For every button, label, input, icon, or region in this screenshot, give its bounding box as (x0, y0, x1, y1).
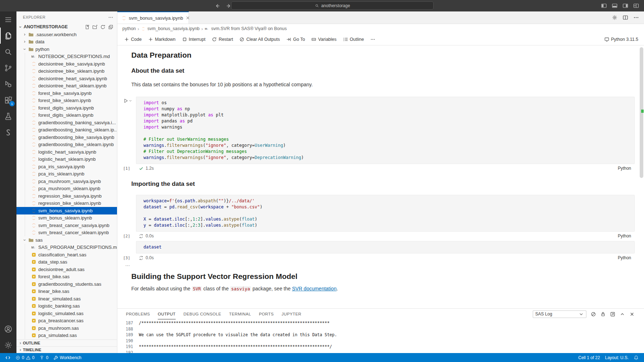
tree-file-pca_mushroom_sasviya.ipynb[interactable]: pca_mushroom_sasviya.ipynb (16, 178, 117, 185)
toolbar-outline-button[interactable]: Outline (341, 36, 367, 43)
maximize-panel-button[interactable] (620, 312, 625, 317)
toolbar-markdown-button[interactable]: Markdown (146, 36, 178, 43)
tree-file-pca_iris_sasviya.ipynb[interactable]: pca_iris_sasviya.ipynb (16, 163, 117, 170)
toolbar-variables-button[interactable]: Variables (309, 36, 339, 43)
activity-explorer-button[interactable] (0, 28, 16, 44)
back-button[interactable] (213, 2, 221, 10)
output-channel-select[interactable]: SAS Log (533, 310, 586, 318)
tab-svm-bonus-sasviya[interactable]: svm_bonus_sasviya.ipynb (117, 11, 189, 24)
tree-file-decisiontree_bike_sasviya.ipynb[interactable]: decisiontree_bike_sasviya.ipynb (16, 60, 117, 68)
tree-file-regression_bike_sasviya.ipynb[interactable]: regression_bike_sasviya.ipynb (16, 192, 117, 200)
tree-file-forest_digits_sasviya.ipynb[interactable]: forest_digits_sasviya.ipynb (16, 104, 117, 112)
activity-sas-extension-button[interactable] (0, 124, 16, 140)
command-center-search[interactable]: anotherstorage (231, 1, 434, 10)
tree-file-svm_bonus_sklearn.ipynb[interactable]: svm_bonus_sklearn.ipynb (16, 214, 117, 222)
panel-tab-output[interactable]: OUTPUT (158, 309, 176, 319)
tree-file-logistic_banking.sas[interactable]: logistic_banking.sas (16, 303, 117, 310)
keyboard-layout-indicator[interactable]: Layout: U.S. (603, 353, 630, 362)
tree-file-logistic_simulated.sas[interactable]: logistic_simulated.sas (16, 310, 117, 317)
collapsed-cells-indicator[interactable]: ⋯ (125, 263, 635, 269)
tree-folder-data[interactable]: ›data (16, 38, 117, 46)
cell-language-picker[interactable]: Python (618, 166, 635, 171)
activity-source-control-button[interactable] (0, 60, 16, 76)
refresh-explorer-button[interactable] (100, 24, 106, 30)
lock-scrolling-button[interactable] (600, 312, 606, 317)
code-cell[interactable]: workspace=f'{os.path.abspath("")}/../dat… (123, 195, 635, 232)
tree-folder-sas[interactable]: ›sas (16, 236, 117, 244)
tree-file-svm_breast_cancer_sasviya.ipynb[interactable]: svm_breast_cancer_sasviya.ipynb (16, 222, 117, 229)
tree-file-svm_bonus_sasviya.ipynb[interactable]: svm_bonus_sasviya.ipynb (16, 207, 117, 214)
outline-section-header[interactable]: › OUTLINE (16, 339, 117, 346)
cell-position-indicator[interactable]: Cell 1 of 22 (576, 353, 602, 362)
notifications-button[interactable] (632, 353, 640, 362)
toolbar-restart-button[interactable]: Restart (209, 36, 235, 43)
cell-editor[interactable]: import osimport numpy as npimport matplo… (136, 97, 635, 164)
tree-file-classification_heart.sas[interactable]: classification_heart.sas (16, 251, 117, 259)
problems-indicator[interactable]: 0 0 (14, 353, 36, 362)
cell-editor[interactable]: dataset (136, 241, 635, 254)
activity-settings-button[interactable] (0, 337, 16, 353)
toggle-panel-button[interactable] (612, 3, 618, 9)
tree-file-forest_bike.sas[interactable]: forest_bike.sas (16, 273, 117, 281)
activity-run-debug-button[interactable] (0, 76, 16, 92)
tree-folder-python[interactable]: ›python (16, 45, 117, 53)
clear-output-button[interactable] (591, 312, 596, 317)
activity-testing-button[interactable] (0, 108, 16, 124)
tree-file-SAS_PROGRAM_DESCRIPTIONS.md[interactable]: M↓SAS_PROGRAM_DESCRIPTIONS.md (16, 244, 117, 251)
tree-file-NOTEBOOK_DESCRIPTIONS.md[interactable]: M↓NOTEBOOK_DESCRIPTIONS.md (16, 53, 117, 61)
editor-more-actions-button[interactable] (633, 15, 639, 20)
tree-file-pca_mushroom_sklearn.ipynb[interactable]: pca_mushroom_sklearn.ipynb (16, 185, 117, 193)
panel-tab-jupyter[interactable]: JUPYTER (282, 309, 301, 319)
toolbar-more-actions-button[interactable] (368, 36, 378, 43)
tree-file-pca_breastcancer.sas[interactable]: pca_breastcancer.sas (16, 317, 117, 325)
tree-file-pca_simulated.sas[interactable]: pca_simulated.sas (16, 332, 117, 339)
panel-tab-terminal[interactable]: TERMINAL (229, 309, 251, 319)
close-panel-button[interactable] (629, 312, 635, 317)
activity-extensions-button[interactable]: 1 (0, 92, 16, 108)
panel-tab-debug-console[interactable]: DEBUG CONSOLE (184, 309, 221, 319)
breadcrumb-heading[interactable]: svm.SVR from SAS® Viya® on Bonus (211, 26, 287, 31)
toolbar-code-button[interactable]: Code (122, 36, 144, 43)
activity-account-button[interactable] (0, 321, 16, 337)
tree-file-linear_bike.sas[interactable]: linear_bike.sas (16, 288, 117, 295)
code-cell[interactable]: import osimport numpy as npimport matplo… (123, 97, 635, 164)
open-output-in-editor-button[interactable] (610, 312, 615, 317)
tree-file-decisiontree_bike_sklearn.ipynb[interactable]: decisiontree_bike_sklearn.ipynb (16, 68, 117, 75)
tree-file-logistic_heart_sasviya.ipynb[interactable]: logistic_heart_sasviya.ipynb (16, 148, 117, 156)
tree-file-forest_digits_sklearn.ipynb[interactable]: forest_digits_sklearn.ipynb (16, 112, 117, 119)
cell-editor[interactable]: workspace=f'{os.path.abspath("")}/../dat… (136, 195, 635, 232)
tree-file-forest_bike_sklearn.ipynb[interactable]: forest_bike_sklearn.ipynb (16, 97, 117, 105)
customize-layout-button[interactable] (633, 3, 639, 9)
breadcrumb-folder[interactable]: python (122, 26, 136, 31)
tree-file-gradientboosting_banking_sklearn.ip...[interactable]: gradientboosting_banking_sklearn.ip... (16, 126, 117, 134)
views-more-actions-button[interactable] (108, 15, 113, 20)
tree-file-pca_mushroom.sas[interactable]: pca_mushroom.sas (16, 324, 117, 332)
toolbar-clear-all-outputs-button[interactable]: Clear All Outputs (237, 36, 282, 43)
toggle-sidebar-button[interactable] (601, 3, 607, 9)
cell-language-picker[interactable]: Python (618, 233, 635, 238)
tree-folder-.sasuser.workbench[interactable]: ›.sasuser.workbench (16, 31, 117, 38)
activity-search-button[interactable] (0, 44, 16, 60)
workbench-indicator[interactable]: Workbench (52, 353, 83, 362)
tree-file-decisiontree_adult.sas[interactable]: decisiontree_adult.sas (16, 266, 117, 273)
kernel-picker[interactable]: Python 3.11.5 (604, 37, 638, 42)
run-cell-button[interactable] (123, 97, 136, 103)
tree-file-linear_simulated.sas[interactable]: linear_simulated.sas (16, 295, 117, 303)
tree-file-forest_bike_sasviya.ipynb[interactable]: forest_bike_sasviya.ipynb (16, 90, 117, 97)
code-cell[interactable]: dataset (123, 241, 635, 254)
panel-tab-ports[interactable]: PORTS (259, 309, 274, 319)
tree-file-svm_breast_cancer_sklearn.ipynb[interactable]: svm_breast_cancer_sklearn.ipynb (16, 229, 117, 237)
activity-menu-button[interactable] (0, 11, 16, 28)
notebook-settings-button[interactable] (612, 15, 618, 20)
tab-close-button[interactable] (185, 15, 190, 20)
ports-indicator[interactable]: 0 (38, 353, 50, 362)
toggle-secondary-sidebar-button[interactable] (623, 3, 628, 9)
collapse-folders-button[interactable] (108, 24, 113, 30)
tree-file-gradientboosting_students.sas[interactable]: gradientboosting_students.sas (16, 280, 117, 288)
new-folder-button[interactable] (92, 24, 98, 30)
svr-documentation-link[interactable]: SVR documentation (292, 286, 337, 291)
tree-file-gradientboosting_bike_sklearn.ipynb[interactable]: gradientboosting_bike_sklearn.ipynb (16, 141, 117, 149)
toolbar-go-to-button[interactable]: Go To (284, 36, 307, 43)
panel-tab-problems[interactable]: PROBLEMS (126, 309, 150, 319)
new-file-button[interactable] (84, 24, 90, 30)
